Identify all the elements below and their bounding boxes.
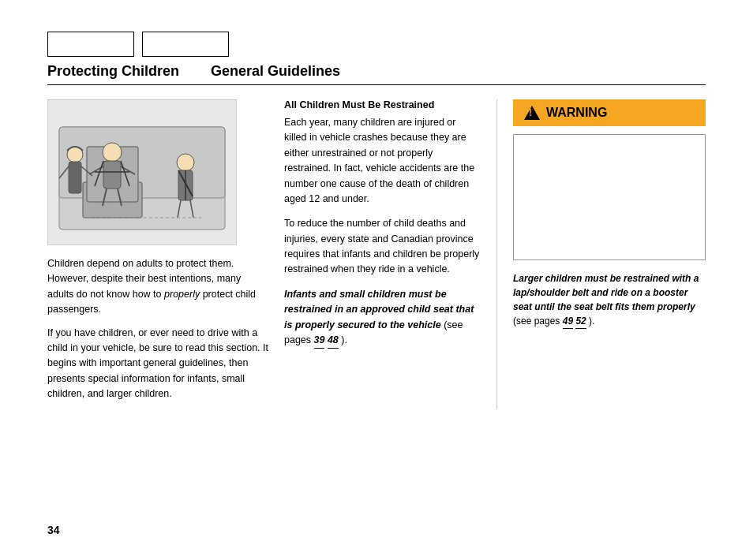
content-area: Children depend on adults to protect the… — [47, 99, 706, 409]
left-para2: If you have children, or ever need to dr… — [47, 326, 268, 402]
right-column: WARNING Larger children must be restrain… — [497, 99, 706, 409]
page-number: 34 — [47, 524, 60, 536]
middle-para1: Each year, many children are injured or … — [284, 115, 481, 207]
svg-rect-14 — [69, 162, 81, 193]
warning-label: WARNING — [546, 106, 607, 120]
warning-triangle-icon — [524, 106, 540, 120]
middle-para2: To reduce the number of child deaths and… — [284, 216, 481, 278]
left-para1: Children depend on adults to protect the… — [47, 256, 268, 318]
title-protecting: Protecting Children — [47, 63, 179, 80]
warning-box — [513, 134, 706, 260]
warning-banner: WARNING — [513, 99, 706, 126]
header-titles: Protecting Children General Guidelines — [47, 63, 706, 85]
right-caption: Larger children must be restrained with … — [513, 271, 706, 329]
middle-para3: Infants and small children must be restr… — [284, 287, 481, 349]
svg-point-4 — [103, 143, 122, 162]
left-column: Children depend on adults to protect the… — [47, 99, 284, 409]
header-tabs — [47, 32, 706, 57]
svg-point-17 — [177, 154, 194, 171]
tab-box-1 — [47, 32, 134, 57]
car-seat-illustration — [47, 99, 237, 245]
middle-text: Each year, many children are injured or … — [284, 115, 481, 349]
tab-box-2 — [142, 32, 229, 57]
middle-column: All Children Must Be Restrained Each yea… — [284, 99, 497, 409]
page-container: Protecting Children General Guidelines — [0, 0, 753, 560]
svg-rect-5 — [103, 161, 121, 189]
middle-section-title: All Children Must Be Restrained — [284, 99, 481, 110]
left-text: Children depend on adults to protect the… — [47, 256, 268, 401]
title-general: General Guidelines — [211, 63, 340, 80]
